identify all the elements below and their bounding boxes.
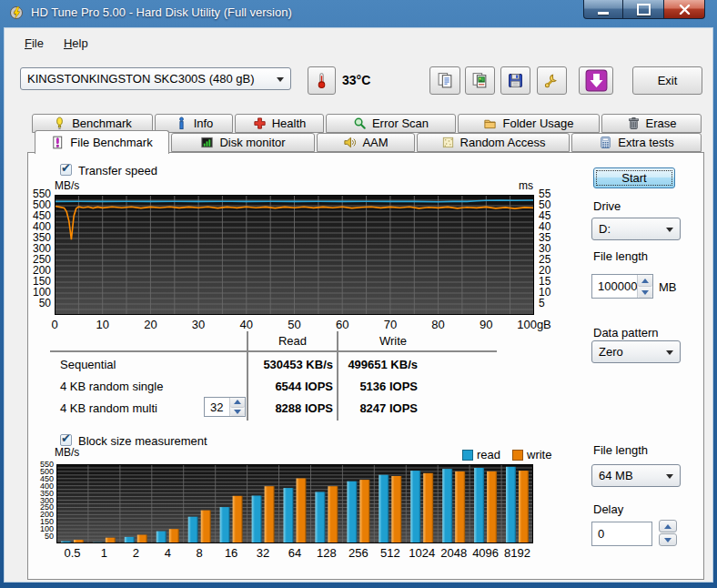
spin-up-icon[interactable] bbox=[638, 275, 652, 287]
block-file-length-select[interactable]: 64 MB bbox=[591, 464, 681, 487]
folder-usage-icon bbox=[483, 117, 497, 130]
delay-spinner[interactable] bbox=[659, 520, 677, 546]
tab-file-benchmark[interactable]: File Benchmark bbox=[35, 130, 169, 154]
copy-image-icon bbox=[471, 72, 489, 89]
bar-write-4 bbox=[169, 529, 179, 543]
bar-write-8192 bbox=[519, 471, 529, 543]
drive-select[interactable]: D: bbox=[591, 218, 681, 240]
x-axis-tick: 10 bbox=[83, 318, 123, 331]
drive-selector[interactable]: KINGSTONKINGSTON SKC300S (480 gB) bbox=[20, 67, 291, 90]
copy-image-button[interactable] bbox=[465, 66, 495, 95]
bar-read-8192 bbox=[506, 467, 516, 543]
benchmark-icon bbox=[53, 117, 66, 130]
tab-erase[interactable]: Erase bbox=[601, 114, 702, 133]
menu-help[interactable]: Help bbox=[54, 33, 98, 54]
delay-value: 0 bbox=[592, 522, 651, 545]
bar-read-512 bbox=[379, 475, 389, 543]
save-button[interactable] bbox=[500, 66, 530, 95]
row-write-value: 499651 KB/s bbox=[340, 358, 418, 371]
x-axis-tick: 70 bbox=[370, 318, 410, 331]
spinner-buttons[interactable] bbox=[229, 398, 245, 416]
read-legend-label: read bbox=[477, 448, 500, 461]
block-size-checkbox[interactable]: ✔ bbox=[60, 434, 72, 446]
minimize-button[interactable] bbox=[583, 0, 623, 19]
exit-button[interactable]: Exit bbox=[632, 66, 702, 95]
temperature-button[interactable] bbox=[308, 66, 336, 95]
data-pattern-select[interactable]: Zero bbox=[591, 340, 681, 363]
row-label: 4 KB random single bbox=[60, 380, 163, 393]
tab-error-scan[interactable]: Error Scan bbox=[326, 114, 456, 133]
file-length-input[interactable]: 100000 bbox=[591, 274, 653, 299]
row-read-value: 8288 IOPS bbox=[251, 401, 333, 415]
table-column-divider bbox=[337, 331, 338, 421]
block-file-length-value: 64 MB bbox=[599, 469, 633, 482]
y-axis-tick: 50 bbox=[18, 297, 51, 309]
options-button[interactable] bbox=[537, 66, 567, 95]
exit-button-label: Exit bbox=[658, 74, 678, 87]
start-button[interactable]: Start bbox=[593, 167, 675, 188]
menu-file[interactable]: File bbox=[15, 33, 54, 54]
tab-folder-usage[interactable]: Folder Usage bbox=[458, 114, 600, 133]
download-button[interactable] bbox=[579, 66, 613, 95]
tab-random-access[interactable]: Random Access bbox=[417, 133, 570, 152]
spin-down-icon[interactable] bbox=[230, 408, 245, 417]
check-icon: ✔ bbox=[61, 161, 71, 175]
info-icon bbox=[175, 117, 188, 130]
y-axis-title-2: MB/s bbox=[55, 446, 79, 459]
transfer-speed-label: Transfer speed bbox=[78, 164, 157, 177]
disk-monitor-icon bbox=[200, 136, 214, 149]
tab-extra-tests[interactable]: Extra tests bbox=[571, 133, 702, 152]
spin-down-icon[interactable] bbox=[659, 533, 677, 546]
bar-write-2 bbox=[137, 535, 147, 544]
bar-read-64 bbox=[284, 488, 294, 543]
bar-write-512 bbox=[391, 476, 401, 543]
tab-disk-monitor[interactable]: Disk monitor bbox=[171, 133, 315, 152]
close-button[interactable] bbox=[663, 0, 705, 19]
bar-read-8 bbox=[188, 517, 198, 543]
tab-label: Random Access bbox=[460, 136, 546, 149]
copy-text-button[interactable] bbox=[429, 66, 460, 95]
bar-write-2048 bbox=[455, 471, 465, 543]
row-label: 4 KB random multi bbox=[60, 401, 157, 415]
drive-selector-value: KINGSTONKINGSTON SKC300S (480 gB) bbox=[27, 72, 255, 86]
bar-write-64 bbox=[297, 479, 307, 544]
tab-label: Disk monitor bbox=[219, 136, 285, 149]
delay-input[interactable]: 0 bbox=[591, 522, 652, 546]
tab-label: Erase bbox=[646, 117, 677, 130]
menu-bar: FileHelp bbox=[15, 33, 98, 54]
chevron-down-icon bbox=[666, 228, 673, 232]
maximize-button[interactable] bbox=[623, 0, 663, 19]
data-pattern-label: Data pattern bbox=[593, 326, 659, 340]
window-title: HD Tune Pro 5.00 - Hard Disk Utility (Fu… bbox=[31, 5, 292, 19]
tab-health[interactable]: Health bbox=[235, 114, 324, 133]
queue-depth-spinner[interactable]: 32 bbox=[204, 397, 246, 417]
bar-read-16 bbox=[220, 507, 230, 543]
health-icon bbox=[253, 117, 267, 130]
queue-depth-value: 32 bbox=[205, 398, 229, 416]
transfer-speed-checkbox[interactable]: ✔ bbox=[60, 164, 72, 176]
bar-read-2 bbox=[125, 537, 135, 543]
spin-down-icon[interactable] bbox=[638, 287, 652, 298]
bar-write-8 bbox=[201, 511, 211, 543]
tab-label: Extra tests bbox=[618, 136, 673, 149]
drive-label: Drive bbox=[593, 199, 621, 213]
row-label: Sequential bbox=[60, 358, 116, 371]
bar-write-1024 bbox=[423, 473, 433, 543]
delay-label: Delay bbox=[593, 502, 623, 516]
bar-write-4096 bbox=[487, 471, 497, 543]
close-icon bbox=[679, 5, 691, 15]
y-axis-tick-right: 5 bbox=[539, 297, 545, 309]
spin-up-icon[interactable] bbox=[659, 520, 677, 532]
chevron-down-icon bbox=[666, 474, 673, 479]
title-bar[interactable]: HD Tune Pro 5.00 - Hard Disk Utility (Fu… bbox=[0, 0, 717, 27]
spinner-buttons[interactable] bbox=[637, 275, 652, 298]
file-length-label: File length bbox=[593, 249, 648, 263]
spin-up-icon[interactable] bbox=[230, 398, 245, 408]
start-button-label: Start bbox=[621, 171, 646, 185]
write-legend-swatch bbox=[512, 450, 523, 461]
tab-label: Benchmark bbox=[72, 117, 132, 130]
caption-buttons bbox=[583, 0, 705, 20]
aam-icon bbox=[343, 136, 357, 149]
file-length-unit: MB bbox=[659, 280, 677, 294]
tab-aam[interactable]: AAM bbox=[317, 133, 415, 152]
